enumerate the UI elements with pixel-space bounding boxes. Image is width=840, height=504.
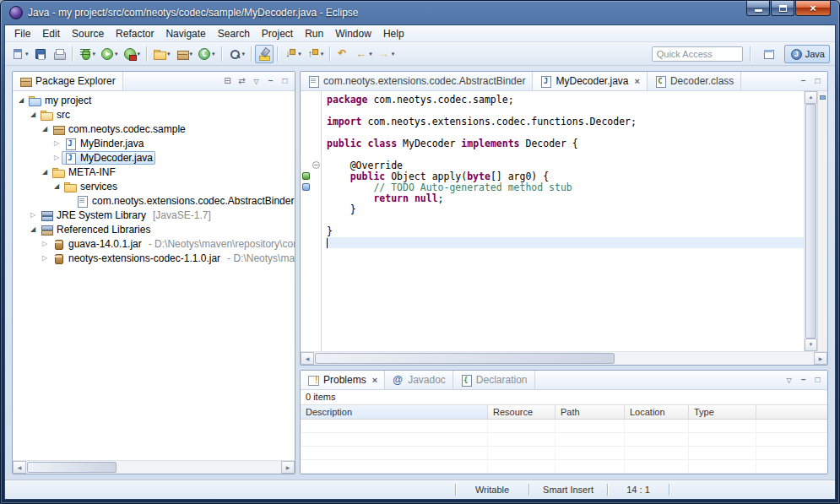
task-marker[interactable] xyxy=(302,183,310,191)
scrollbar-thumb[interactable] xyxy=(315,353,615,364)
code-line[interactable] xyxy=(327,237,804,248)
print-button[interactable] xyxy=(50,45,68,63)
new-java-package-button[interactable]: ▾ xyxy=(173,45,196,63)
code-line[interactable]: package com.neotys.codec.sample; xyxy=(327,95,804,106)
tree-item-meta-inf[interactable]: ◢META-INF xyxy=(13,165,295,179)
tree-item-mydecoder-java[interactable]: ▷MyDecoder.java xyxy=(13,150,295,165)
last-edit-location-button[interactable] xyxy=(333,45,352,63)
column-header-description[interactable]: Description xyxy=(301,405,488,419)
overview-ruler[interactable] xyxy=(817,91,827,351)
annotation-ruler[interactable] xyxy=(301,91,312,351)
scroll-right-icon[interactable]: ▶ xyxy=(281,461,295,474)
tab-problems[interactable]: Problems× xyxy=(301,371,385,389)
minimize-icon[interactable] xyxy=(796,373,810,387)
menu-file[interactable]: File xyxy=(8,26,36,41)
scroll-right-icon[interactable]: ▶ xyxy=(814,352,827,365)
tab-mydecoder-java[interactable]: MyDecoder.java× xyxy=(533,72,647,90)
close-window-button[interactable]: × xyxy=(795,1,831,16)
table-row[interactable] xyxy=(301,420,827,433)
tab-javadoc[interactable]: Javadoc xyxy=(385,371,453,389)
view-menu-icon[interactable] xyxy=(782,373,796,387)
menu-project[interactable]: Project xyxy=(256,26,299,41)
package-explorer-horizontal-scrollbar[interactable]: ◀ ▶ xyxy=(13,460,295,474)
editor-horizontal-scrollbar[interactable]: ◀ ▶ xyxy=(301,351,827,365)
expanded-arrow-icon[interactable]: ◢ xyxy=(28,111,38,118)
collapsed-arrow-icon[interactable]: ▷ xyxy=(51,139,62,147)
menu-edit[interactable]: Edit xyxy=(36,26,66,41)
menu-search[interactable]: Search xyxy=(212,26,256,41)
new-java-class-button[interactable]: ▾ xyxy=(195,45,218,63)
scroll-left-icon[interactable]: ◀ xyxy=(301,352,314,365)
tree-item-src[interactable]: ◢src xyxy=(13,107,295,122)
tree-item-com-neotys-extensions-codec-abstractbind[interactable]: com.neotys.extensions.codec.AbstractBind… xyxy=(13,193,295,208)
forward-button[interactable]: ▾ xyxy=(375,45,398,63)
menu-source[interactable]: Source xyxy=(66,26,110,41)
previous-annotation-button[interactable]: ▾ xyxy=(304,45,327,63)
expanded-arrow-icon[interactable]: ◢ xyxy=(28,225,38,233)
close-tab-icon[interactable]: × xyxy=(372,375,377,385)
code-line[interactable]: public class MyDecoder implements Decode… xyxy=(327,138,804,149)
column-header-path[interactable]: Path xyxy=(555,405,625,419)
tree-item-services[interactable]: ◢services xyxy=(13,179,295,193)
search-button[interactable]: ▾ xyxy=(225,45,248,63)
menu-run[interactable]: Run xyxy=(299,26,329,41)
code-line[interactable]: } xyxy=(327,204,804,215)
collapsed-arrow-icon[interactable]: ▷ xyxy=(40,240,50,247)
maximize-window-button[interactable] xyxy=(771,1,794,16)
collapsed-arrow-icon[interactable]: ▷ xyxy=(28,211,38,219)
expanded-arrow-icon[interactable]: ◢ xyxy=(16,96,26,104)
scroll-left-icon[interactable]: ◀ xyxy=(13,461,26,474)
tree-item-neotys-extensions-codec-1-1-0-jar[interactable]: ▷neotys-extensions-codec-1.1.0.jar- D:\N… xyxy=(13,251,295,265)
package-explorer-tab[interactable]: Package Explorer xyxy=(13,72,123,90)
back-button[interactable]: ▾ xyxy=(352,45,375,63)
expanded-arrow-icon[interactable]: ◢ xyxy=(40,125,50,133)
collapsed-arrow-icon[interactable]: ▷ xyxy=(51,154,62,161)
column-header-resource[interactable]: Resource xyxy=(488,405,555,419)
maximize-icon[interactable] xyxy=(810,373,825,387)
menu-help[interactable]: Help xyxy=(377,26,410,41)
close-tab-icon[interactable]: × xyxy=(635,76,640,86)
tab-declaration[interactable]: Declaration xyxy=(453,371,535,389)
code-line[interactable] xyxy=(327,215,804,226)
table-row[interactable] xyxy=(301,433,827,447)
code-line[interactable]: import com.neotys.extensions.codec.funct… xyxy=(327,117,804,127)
code-line[interactable]: } xyxy=(327,226,804,237)
table-row[interactable] xyxy=(301,447,827,460)
link-with-editor-icon[interactable] xyxy=(235,74,249,88)
tab-com-neotys-extensions-codec-abstractbind[interactable]: com.neotys.extensions.codec.AbstractBind… xyxy=(301,72,533,90)
tree-item-mybinder-java[interactable]: ▷MyBinder.java xyxy=(13,136,295,150)
tab-decoder-class[interactable]: Decoder.class xyxy=(648,72,741,90)
scrollbar-thumb[interactable] xyxy=(27,462,117,473)
scrollbar-track[interactable] xyxy=(314,352,814,365)
collapsed-arrow-icon[interactable]: ▷ xyxy=(40,254,50,262)
tree-item-referenced-libraries[interactable]: ◢Referenced Libraries xyxy=(13,222,295,236)
new-java-project-button[interactable]: ▾ xyxy=(150,45,173,63)
run-button[interactable]: ▾ xyxy=(98,45,121,63)
fold-collapse-icon[interactable]: – xyxy=(312,161,320,169)
next-annotation-button[interactable]: ▾ xyxy=(281,45,304,63)
scrollbar-thumb[interactable] xyxy=(805,104,816,339)
java-perspective-button[interactable]: Java xyxy=(784,45,830,63)
code-area[interactable]: package com.neotys.codec.sample;import c… xyxy=(322,91,804,351)
view-menu-icon[interactable] xyxy=(249,74,263,88)
expanded-arrow-icon[interactable]: ◢ xyxy=(40,168,50,176)
maximize-icon[interactable] xyxy=(278,74,292,88)
minimize-icon[interactable] xyxy=(263,74,278,88)
open-perspective-button[interactable] xyxy=(757,45,781,63)
debug-button[interactable]: ▾ xyxy=(76,45,99,63)
tree-item-guava-14-0-1-jar[interactable]: ▷guava-14.0.1.jar- D:\Neotys\maven\repos… xyxy=(13,236,295,251)
new-wizard-button[interactable]: ▾ xyxy=(8,45,31,63)
menu-navigate[interactable]: Navigate xyxy=(160,26,211,41)
menu-window[interactable]: Window xyxy=(329,26,377,41)
tree-item-com-neotys-codec-sample[interactable]: ◢com.neotys.codec.sample xyxy=(13,122,295,136)
editor[interactable]: – package com.neotys.codec.sample;import… xyxy=(301,91,827,351)
editor-vertical-scrollbar[interactable]: ▲ ▼ xyxy=(804,91,817,351)
column-header-location[interactable]: Location xyxy=(625,405,689,419)
scrollbar-track[interactable] xyxy=(26,461,281,474)
external-tools-button[interactable]: ▾ xyxy=(121,45,144,63)
scroll-down-icon[interactable]: ▼ xyxy=(805,339,817,351)
expanded-arrow-icon[interactable]: ◢ xyxy=(51,182,62,190)
code-line[interactable]: return null; xyxy=(327,193,804,204)
save-button[interactable] xyxy=(31,45,50,63)
titlebar[interactable]: Java - my project/src/com/neotys/codec/s… xyxy=(1,1,839,24)
